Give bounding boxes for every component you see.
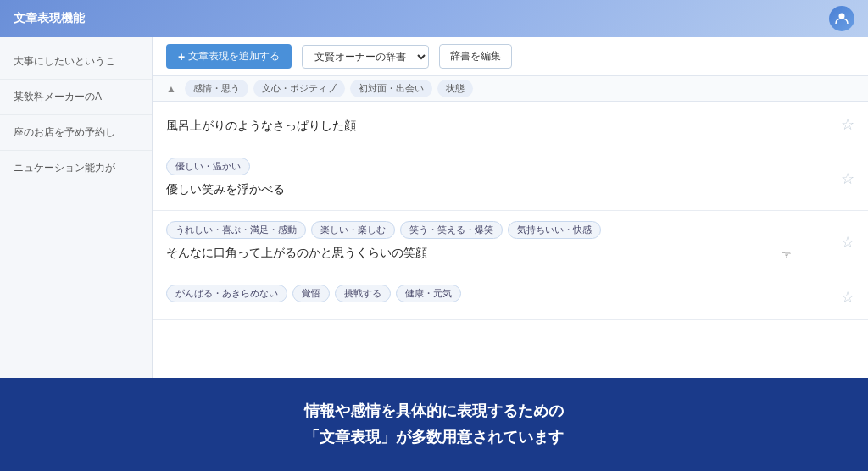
tag-kakugo[interactable]: 覚悟: [292, 285, 330, 302]
footer-banner: 情報や感情を具体的に表現するための 「文章表現」が多数用意されています: [0, 378, 868, 471]
entry-2-text: そんなに口角って上がるのかと思うくらいの笑顔: [166, 244, 854, 262]
tab-chip-3[interactable]: 状態: [437, 80, 473, 97]
avatar[interactable]: [829, 6, 854, 31]
entry-3-tags: がんばる・あきらめない 覚悟 挑戦する 健康・元気: [166, 285, 854, 302]
entry-0-text: 風呂上がりのようなさっぱりした顔: [166, 117, 854, 135]
tab-chip-0[interactable]: 感情・思う: [185, 80, 248, 97]
tag-kenkou[interactable]: 健康・元気: [396, 285, 461, 302]
tag-kimochii[interactable]: 気持ちいい・快感: [508, 221, 601, 239]
sidebar-item-0[interactable]: 大事にしたいというこ: [0, 44, 152, 80]
toolbar: 文章表現を追加する 文賢オーナーの辞書 辞書を編集: [153, 37, 868, 76]
dict-select[interactable]: 文賢オーナーの辞書: [302, 45, 429, 69]
tab-chip-1[interactable]: 文心・ポジティブ: [253, 80, 345, 97]
main-area: 大事にしたいというこ 某飲料メーカーのA 座のお店を予め予約し ニュケーション能…: [0, 37, 868, 378]
entry-1-text: 優しい笑みを浮かべる: [166, 180, 854, 198]
cursor-hand-icon: ☞: [781, 248, 792, 262]
tag-yasashii[interactable]: 優しい・温かい: [166, 158, 250, 175]
entry-0-star[interactable]: ☆: [841, 115, 854, 134]
footer-line2: 「文章表現」が多数用意されています: [304, 424, 564, 451]
edit-dict-button[interactable]: 辞書を編集: [439, 44, 512, 69]
content-panel: 文章表現を追加する 文賢オーナーの辞書 辞書を編集 ▲ 感情・思う 文心・ポジテ…: [153, 37, 868, 378]
add-expression-button[interactable]: 文章表現を追加する: [166, 44, 292, 69]
sidebar: 大事にしたいというこ 某飲料メーカーのA 座のお店を予め予約し ニュケーション能…: [0, 37, 153, 378]
footer-line1: 情報や感情を具体的に表現するための: [304, 398, 564, 424]
header-title: 文章表現機能: [14, 11, 85, 26]
tag-chosen[interactable]: 挑戦する: [335, 285, 391, 302]
tabs-row: ▲ 感情・思う 文心・ポジティブ 初対面・出会い 状態: [153, 76, 868, 102]
sidebar-item-2[interactable]: 座のお店を予め予約し: [0, 115, 152, 151]
entries-container: 風呂上がりのようなさっぱりした顔 ☆ 優しい・温かい 優しい笑みを浮かべる ☆ …: [153, 102, 868, 378]
entry-2-tags: うれしい・喜ぶ・満足・感動 楽しい・楽しむ 笑う・笑える・爆笑 気持ちいい・快感: [166, 221, 854, 239]
entry-3: がんばる・あきらめない 覚悟 挑戦する 健康・元気 ☆: [153, 274, 868, 320]
entry-2: うれしい・喜ぶ・満足・感動 楽しい・楽しむ 笑う・笑える・爆笑 気持ちいい・快感…: [153, 211, 868, 274]
footer-text: 情報や感情を具体的に表現するための 「文章表現」が多数用意されています: [304, 398, 564, 450]
tab-chip-2[interactable]: 初対面・出会い: [350, 80, 432, 97]
sidebar-item-3[interactable]: ニュケーション能力が: [0, 151, 152, 186]
avatar-area: [829, 6, 854, 31]
entry-0: 風呂上がりのようなさっぱりした顔 ☆: [153, 102, 868, 147]
entry-1-star[interactable]: ☆: [841, 169, 854, 188]
tag-ureshii[interactable]: うれしい・喜ぶ・満足・感動: [166, 221, 306, 239]
sidebar-item-1[interactable]: 某飲料メーカーのA: [0, 80, 152, 115]
tag-ganbaru[interactable]: がんばる・あきらめない: [166, 285, 287, 302]
tag-tanoshii[interactable]: 楽しい・楽しむ: [311, 221, 395, 239]
scroll-up-icon[interactable]: ▲: [166, 83, 176, 95]
app-container: 文章表現機能 大事にしたいというこ 某飲料メーカーのA 座のお店を予め予約し ニ…: [0, 0, 868, 471]
header: 文章表現機能: [0, 0, 868, 37]
entry-2-star[interactable]: ☆: [841, 233, 854, 252]
entry-3-star[interactable]: ☆: [841, 288, 854, 307]
tag-warau[interactable]: 笑う・笑える・爆笑: [400, 221, 503, 239]
entry-1: 優しい・温かい 優しい笑みを浮かべる ☆: [153, 147, 868, 211]
entry-1-tags: 優しい・温かい: [166, 158, 854, 175]
